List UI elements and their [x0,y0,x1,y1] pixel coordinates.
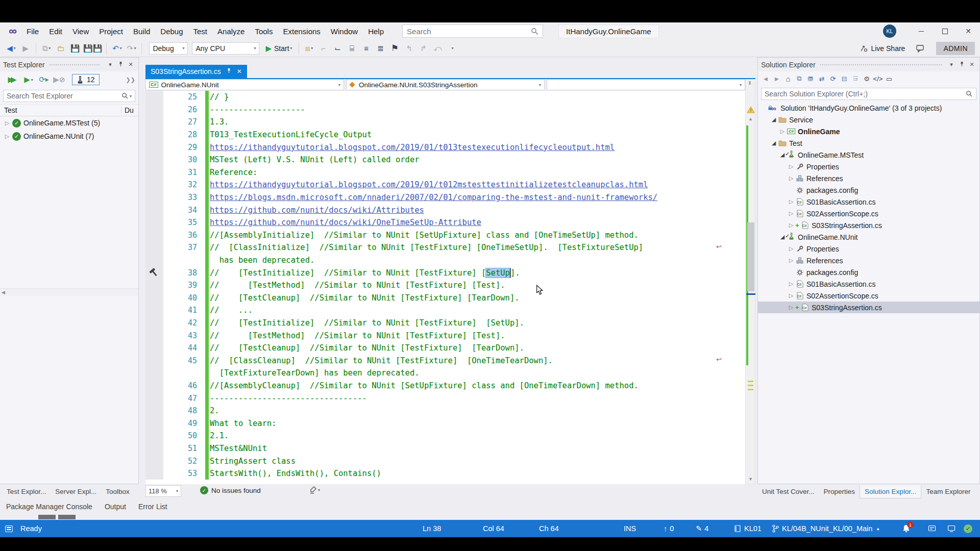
code-line[interactable]: 29https://ithandyguytutorial.blogspot.co… [145,141,745,154]
dock-tab-serverexpl[interactable]: Server Expl... [51,485,101,498]
code-line[interactable]: 38// [TestInitialize] //Similar to NUnit… [145,266,745,279]
minimize-button[interactable]: ─ [910,22,933,40]
code-line[interactable]: 52StringAssert class [145,455,745,467]
indent-increase-icon[interactable]: ≣ [375,42,387,55]
hot-reload-icon[interactable]: ⌐ [317,42,330,55]
solution-tree-row[interactable]: ▷Properties [758,161,979,172]
code-line[interactable]: 33https://blogs.msdn.microsoft.com/nnade… [145,191,745,204]
new-project-icon[interactable]: ⧉▾ [40,42,53,55]
vertical-scrollbar[interactable]: ⇕ ! ▲ ▼ [745,79,755,484]
solution-explorer-header[interactable]: Solution Explorer ▾ ✕ [758,58,979,71]
test-explorer-search[interactable]: Search Test Explorer ▾ [3,90,135,102]
code-text[interactable]: --------------------------------- [210,394,367,403]
solution-tree-row[interactable]: ∞Solution 'ItHandyGuy.OnlineGame' (3 of … [758,102,979,114]
code-line[interactable]: 46//[AssemblyCleanup] //Similar to NUnit… [145,380,745,392]
save-all-icon[interactable]: 💾💾 [83,42,102,55]
scroll-up-icon[interactable]: ▲ [748,116,753,121]
user-avatar[interactable]: KL [883,24,896,38]
toolbar-overflow-icon[interactable]: ❯❯ [126,77,135,83]
previous-bookmark-icon[interactable]: ↰ [403,42,415,55]
expander-collapsed-icon[interactable]: ▷ [3,120,11,127]
screen-share-icon[interactable] [947,520,955,537]
next-bookmark-icon[interactable]: ↱ [418,42,430,55]
code-line[interactable]: 34https://github.com/nunit/docs/wiki/Att… [145,204,745,216]
code-text[interactable]: // [TestCleanup] //Similar to NUnit [Tes… [210,293,520,303]
expander-collapsed-icon[interactable]: ▷ [3,133,11,140]
status-insert-mode[interactable]: INS [624,520,636,537]
save-icon[interactable]: 💾 [69,42,81,55]
pin-icon[interactable] [116,61,125,68]
menu-analyze[interactable]: Analyze [212,24,250,39]
cancel-run-icon[interactable]: ▶⊘ [53,73,65,86]
code-line[interactable]: 31Reference: [145,166,745,179]
solution-explorer-search[interactable]: Search Solution Explorer (Ctrl+;) [761,88,976,100]
menu-edit[interactable]: Edit [44,24,67,39]
column-duration[interactable]: Du [121,106,134,114]
solution-tree-row[interactable]: ▷C#S02AssertionScope.cs [758,290,979,302]
comment-hyperlink[interactable]: https://github.com/nunit/docs/wiki/OneTi… [210,218,481,227]
code-text[interactable]: // [TestCleanup] //Similar to NUnit [Tes… [210,343,524,353]
column-test[interactable]: Test [4,106,17,114]
solution-tree-row[interactable]: ▷+C#S03StringAssertion.cs [758,302,979,313]
window-position-icon[interactable]: ▾ [947,61,956,68]
pin-icon[interactable] [957,61,966,68]
code-line[interactable]: 32https://ithandyguytutorial.blogspot.co… [145,179,745,191]
run-all-tests-icon[interactable]: ▶▶ [5,73,17,86]
code-text[interactable]: T013_TestExecutionLifeCycle_Output [210,130,372,139]
menu-test[interactable]: Test [188,24,213,39]
dock-tab-properties[interactable]: Properties [819,485,860,498]
code-text[interactable]: // [ClassCleanup] //Similar to NUnit [Te… [210,356,553,365]
code-text[interactable]: -------------------- [210,105,305,114]
menu-extensions[interactable]: Extensions [278,24,325,39]
scroll-down-icon[interactable]: ▼ [748,477,753,482]
menu-view[interactable]: View [67,24,94,39]
code-text[interactable]: https://blogs.msdn.microsoft.com/nnaderi… [210,193,657,202]
feedback-smiley-icon[interactable] [928,520,936,537]
code-text[interactable]: https://ithandyguytutorial.blogspot.com/… [210,180,648,189]
code-text[interactable]: // } [210,92,229,102]
quick-actions-icon[interactable] [149,267,160,279]
code-line[interactable]: 37// [ClassInitialize] //Similar to NUni… [145,241,745,254]
background-tasks-icon[interactable] [5,520,17,537]
expander-collapsed-icon[interactable]: ▷ [787,198,795,205]
solution-platform-dropdown[interactable]: Any CPU▾ [192,42,259,55]
code-text[interactable]: StartsWith(), EndsWith(), Contains() [210,469,381,478]
solution-tree-row[interactable]: ▷References [758,172,979,184]
code-text[interactable]: //[AssemblyInitialize] //Similar to NUni… [210,231,639,240]
open-file-icon[interactable]: 🗀 [55,42,67,55]
refresh-icon[interactable]: ⟳ [828,72,838,85]
show-all-files-icon[interactable]: ⍈ [850,72,861,85]
keep-open-pin-icon[interactable] [226,68,232,75]
document-tab[interactable]: S03StringAssertion.cs ✕ [145,65,247,78]
dock-tab-unittestcover[interactable]: Unit Test Cover... [757,485,819,498]
properties-icon[interactable]: ⚙ [862,72,872,85]
repeat-last-run-icon[interactable]: ⟳▶ [38,73,50,86]
expander-collapsed-icon[interactable]: ▷ [778,128,787,135]
project-dropdown[interactable]: C# OnlineGame.NUnit ▾ [145,79,344,90]
pending-changes-filter-icon[interactable]: ⛃ [805,72,816,85]
close-icon[interactable]: ✕ [126,61,135,68]
menu-file[interactable]: File [21,24,44,39]
code-line[interactable]: has been deprecated. [145,254,745,267]
code-line[interactable]: 482. [145,405,745,417]
code-text[interactable]: has been deprecated. [210,256,314,265]
code-text[interactable]: // [TestInitialize] //Similar to NUnit [… [210,268,520,278]
expander-collapsed-icon[interactable]: ▷ [787,222,795,229]
code-editor[interactable]: 25// }26--------------------271.3.28T013… [145,91,745,484]
code-text[interactable]: 2. [210,406,219,415]
repository-button[interactable]: KL01 [734,520,762,537]
solution-tree-row[interactable]: packages.config [758,184,979,196]
feedback-icon[interactable] [916,44,925,53]
menu-debug[interactable]: Debug [155,24,188,39]
comment-hyperlink[interactable]: https://ithandyguytutorial.blogspot.com/… [210,143,615,152]
expander-collapsed-icon[interactable]: ▷ [787,175,795,182]
code-line[interactable]: 42// [TestInitialize] //Similar to NUnit… [145,317,745,330]
expander-collapsed-icon[interactable]: ▷ [787,245,795,252]
dock-tab-solutionexplor[interactable]: Solution Explor... [860,485,921,498]
maximize-button[interactable] [933,22,957,40]
code-text[interactable]: // [TestMethod] //Similar to NUnit [Test… [210,331,505,340]
menu-build[interactable]: Build [128,24,155,39]
menu-tools[interactable]: Tools [250,24,278,39]
close-tab-icon[interactable]: ✕ [237,68,242,75]
close-button[interactable]: ✕ [957,22,980,40]
